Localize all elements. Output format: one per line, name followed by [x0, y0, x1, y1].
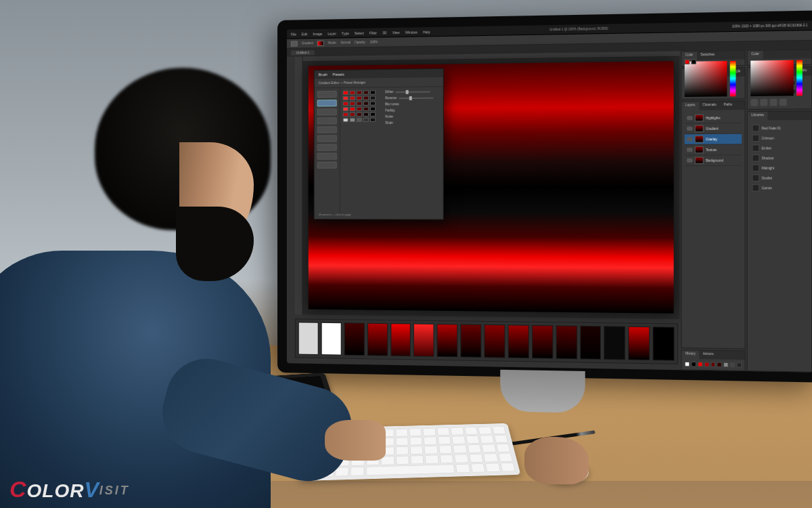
sw[interactable]: [704, 362, 708, 366]
bold-icon[interactable]: [750, 99, 758, 106]
swatch-thumbnail[interactable]: [437, 324, 458, 357]
preset-swatch[interactable]: [343, 91, 348, 95]
dialog-opt[interactable]: Noise: [385, 115, 393, 119]
slider[interactable]: [399, 97, 433, 99]
layer-thumbnail[interactable]: [695, 125, 704, 133]
dialog-opt[interactable]: Fading: [385, 108, 394, 112]
preset-swatch[interactable]: [350, 118, 355, 122]
preset-swatch[interactable]: [350, 91, 355, 95]
library-item[interactable]: Crimson: [750, 133, 809, 143]
preset-chip[interactable]: [317, 108, 337, 115]
layer-thumbnail[interactable]: [695, 157, 704, 164]
menu-select[interactable]: Select: [355, 30, 364, 35]
tab-actions[interactable]: Actions: [699, 351, 717, 360]
swatch-thumbnail[interactable]: [367, 323, 388, 356]
sw[interactable]: [723, 362, 728, 367]
swatch-thumbnail[interactable]: [344, 322, 364, 356]
menu-filter[interactable]: Filter: [369, 30, 377, 35]
tab-layers[interactable]: Layers: [681, 102, 698, 110]
preset-swatch[interactable]: [370, 112, 376, 117]
dialog-tab-brush[interactable]: Brush: [319, 72, 328, 77]
swatch-thumbnail[interactable]: [508, 324, 529, 358]
swatch-thumbnail[interactable]: [532, 325, 553, 359]
preset-swatch[interactable]: [370, 102, 376, 106]
preset-swatch[interactable]: [357, 112, 362, 117]
preset-chip[interactable]: [317, 126, 337, 133]
tool-preset-icon[interactable]: [291, 41, 298, 46]
menu-edit[interactable]: Edit: [302, 32, 308, 36]
preset-swatch[interactable]: [357, 96, 362, 100]
swatch-thumbnail[interactable]: [580, 326, 602, 360]
visibility-icon[interactable]: [687, 116, 693, 120]
swatch-thumbnail[interactable]: [321, 322, 342, 356]
layer-thumbnail[interactable]: [695, 135, 704, 143]
mode-value[interactable]: Normal: [340, 41, 351, 44]
layer-row[interactable]: Highlights: [685, 112, 742, 123]
library-item[interactable]: Ember: [750, 143, 809, 153]
dialog-opt[interactable]: Reverse: [385, 96, 397, 100]
preset-swatch[interactable]: [363, 118, 369, 122]
visibility-icon[interactable]: [687, 148, 693, 152]
menu-view[interactable]: View: [392, 30, 400, 34]
preset-swatch[interactable]: [357, 102, 362, 106]
visibility-icon[interactable]: [687, 127, 693, 131]
menu-file[interactable]: File: [291, 32, 296, 36]
preset-swatch[interactable]: [343, 118, 348, 122]
menu-type[interactable]: Type: [342, 31, 349, 35]
swatch-thumbnail[interactable]: [298, 322, 319, 355]
swatch-thumbnail[interactable]: [629, 326, 650, 360]
layer-row[interactable]: Texture: [685, 144, 742, 155]
sw[interactable]: [730, 362, 735, 367]
preset-swatch[interactable]: [370, 118, 376, 122]
gradient-editor-dialog[interactable]: Brush Presets Gradient Editor — Preset M…: [314, 68, 444, 220]
preset-swatch[interactable]: [363, 96, 369, 100]
library-item[interactable]: Midnight: [750, 163, 809, 173]
library-item[interactable]: Red Fade 01: [750, 123, 809, 133]
sw[interactable]: [717, 362, 722, 367]
sw[interactable]: [710, 362, 715, 367]
preset-swatch[interactable]: [363, 112, 369, 117]
visibility-icon[interactable]: [687, 158, 693, 163]
opacity-value[interactable]: 100%: [370, 41, 378, 44]
preset-chip[interactable]: [317, 153, 337, 160]
layer-thumbnail[interactable]: [695, 114, 704, 122]
layer-row[interactable]: Overlay: [685, 134, 742, 145]
preset-chip[interactable]: [317, 162, 337, 169]
gradient-preview[interactable]: [317, 40, 324, 45]
dialog-opt[interactable]: Stops: [385, 121, 393, 125]
swatch-thumbnail[interactable]: [604, 326, 626, 360]
preset-swatch[interactable]: [350, 107, 355, 111]
color-field[interactable]: [685, 61, 727, 97]
preset-swatch[interactable]: [357, 118, 362, 122]
preset-swatch[interactable]: [370, 107, 376, 111]
hue-slider[interactable]: [730, 61, 736, 96]
color-field-2[interactable]: [750, 60, 793, 96]
preset-swatch[interactable]: [357, 107, 362, 111]
preset-swatch[interactable]: [350, 96, 355, 100]
menu-window[interactable]: Window: [405, 30, 418, 34]
preset-swatch[interactable]: [363, 102, 369, 106]
library-item[interactable]: Scarlet: [750, 173, 809, 183]
dialog-opt[interactable]: Blur tones: [385, 102, 399, 106]
sw[interactable]: [698, 362, 702, 366]
layer-thumbnail[interactable]: [695, 146, 704, 153]
preset-swatch[interactable]: [343, 107, 348, 111]
library-item[interactable]: Garnet: [750, 183, 809, 193]
preset-chip[interactable]: [317, 117, 337, 124]
swatch-thumbnail[interactable]: [653, 326, 675, 360]
preset-chip[interactable]: [317, 135, 337, 142]
underline-icon[interactable]: [780, 99, 787, 106]
hue-slider-2[interactable]: [796, 60, 803, 96]
library-item[interactable]: Shadow: [750, 153, 809, 163]
preset-swatch[interactable]: [363, 91, 369, 95]
layer-row[interactable]: Gradient: [685, 123, 742, 134]
preset-swatch[interactable]: [363, 107, 369, 111]
dialog-opt[interactable]: Dither: [385, 90, 393, 93]
menu-image[interactable]: Image: [313, 31, 322, 35]
dialog-tab-presets[interactable]: Presets: [333, 72, 344, 77]
sw[interactable]: [737, 362, 742, 367]
menu-3d[interactable]: 3D: [382, 30, 386, 35]
italic-icon[interactable]: [760, 99, 767, 106]
preset-chip[interactable]: [317, 91, 337, 98]
tab-swatches[interactable]: Swatches: [697, 51, 719, 60]
